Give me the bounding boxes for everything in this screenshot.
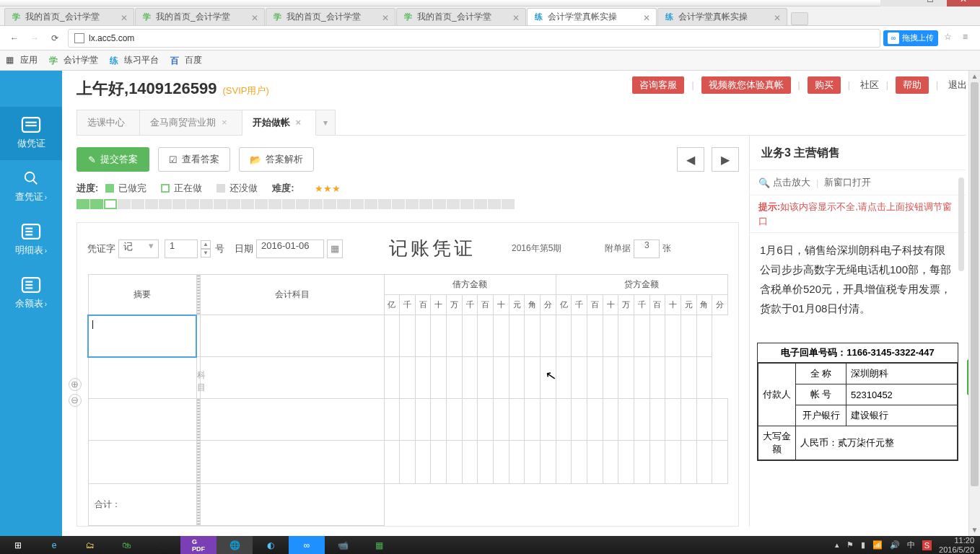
- number-spinner[interactable]: ▲▼: [201, 240, 211, 258]
- credit-cell[interactable]: [556, 441, 572, 484]
- subject-cell[interactable]: [200, 441, 384, 484]
- browser-tab[interactable]: 学我的首页_会计学堂✕: [4, 8, 134, 25]
- add-row-button[interactable]: ⊕: [69, 378, 82, 391]
- debit-cell[interactable]: [462, 399, 478, 441]
- summary-cell[interactable]: [88, 399, 196, 441]
- debit-cell[interactable]: [525, 315, 541, 357]
- credit-cell[interactable]: [556, 315, 572, 357]
- nav-reload[interactable]: ⟳: [45, 29, 65, 48]
- upload-button[interactable]: ∞ 拖拽上传: [883, 30, 938, 46]
- debit-cell[interactable]: [431, 441, 447, 484]
- progress-cell[interactable]: [296, 199, 309, 209]
- community-link[interactable]: 社区: [860, 79, 879, 92]
- clock[interactable]: 11:20 2016/5/20: [939, 536, 974, 553]
- debit-cell[interactable]: [462, 315, 478, 357]
- credit-cell[interactable]: [603, 399, 618, 441]
- scroll-thumb[interactable]: [971, 82, 979, 486]
- subject-cell[interactable]: 科目: [196, 357, 200, 399]
- credit-cell[interactable]: [665, 399, 681, 441]
- voucher-number-input[interactable]: 1: [165, 239, 198, 258]
- sogou-icon[interactable]: S: [922, 540, 932, 550]
- progress-cell[interactable]: [502, 199, 515, 209]
- debit-cell[interactable]: [494, 399, 509, 441]
- tab-close-icon[interactable]: ✕: [774, 13, 782, 22]
- credit-cell[interactable]: [665, 315, 681, 357]
- logout-link[interactable]: 退出: [948, 79, 967, 92]
- credit-cell[interactable]: [712, 399, 728, 441]
- credit-cell[interactable]: [649, 441, 665, 484]
- nav-back[interactable]: ←: [4, 29, 25, 48]
- window-minimize[interactable]: ─: [880, 0, 914, 6]
- progress-cell[interactable]: [460, 199, 473, 209]
- debit-cell[interactable]: [200, 357, 384, 399]
- remove-row-button[interactable]: ⊖: [69, 394, 82, 407]
- scroll-up[interactable]: ▲: [969, 71, 980, 82]
- debit-cell[interactable]: [200, 315, 384, 357]
- progress-cell[interactable]: [145, 199, 158, 209]
- credit-cell[interactable]: [696, 315, 712, 357]
- buy-button[interactable]: 购买: [808, 76, 841, 94]
- help-button[interactable]: 帮助: [896, 76, 929, 94]
- credit-cell[interactable]: [618, 315, 634, 357]
- credit-cell[interactable]: [634, 357, 650, 399]
- progress-cell[interactable]: [104, 199, 117, 209]
- debit-cell[interactable]: [447, 441, 463, 484]
- progress-cell[interactable]: [488, 199, 501, 209]
- tab-close-icon[interactable]: ✕: [382, 13, 390, 22]
- apps-shortcut[interactable]: ▦ 应用: [6, 54, 38, 66]
- debit-cell[interactable]: [415, 441, 431, 484]
- debit-cell[interactable]: [494, 357, 509, 399]
- debit-cell[interactable]: [509, 399, 525, 441]
- debit-cell[interactable]: [478, 399, 494, 441]
- debit-cell[interactable]: [541, 399, 556, 441]
- debit-cell[interactable]: [384, 441, 400, 484]
- credit-cell[interactable]: [618, 441, 634, 484]
- voucher-date-input[interactable]: 2016-01-06: [256, 239, 324, 258]
- browser-tab[interactable]: 练会计学堂真帐实操✕: [527, 8, 657, 25]
- progress-cell[interactable]: [172, 199, 185, 209]
- calendar-icon[interactable]: ▦: [327, 239, 343, 258]
- debit-cell[interactable]: [415, 315, 431, 357]
- progress-cell[interactable]: [268, 199, 281, 209]
- progress-cell[interactable]: [282, 199, 295, 209]
- debit-cell[interactable]: [494, 315, 509, 357]
- page-tab[interactable]: 金马商贸营业期×: [139, 110, 242, 135]
- credit-cell[interactable]: [572, 399, 587, 441]
- progress-cell[interactable]: [323, 199, 336, 209]
- credit-cell[interactable]: [681, 441, 696, 484]
- app3-icon[interactable]: ∞: [289, 536, 325, 554]
- store-icon[interactable]: 🛍: [108, 536, 144, 554]
- debit-cell[interactable]: [415, 357, 431, 399]
- new-window-button[interactable]: 新窗口打开: [824, 176, 871, 189]
- credit-cell[interactable]: [696, 399, 712, 441]
- flag-icon[interactable]: ⚑: [846, 540, 854, 550]
- progress-cell[interactable]: [433, 199, 446, 209]
- network-icon[interactable]: 📶: [872, 540, 883, 550]
- debit-cell[interactable]: [384, 315, 400, 357]
- debit-cell[interactable]: [400, 315, 416, 357]
- debit-cell[interactable]: [431, 315, 447, 357]
- debit-cell[interactable]: [400, 441, 416, 484]
- tab-close-icon[interactable]: ✕: [643, 13, 652, 22]
- debit-cell[interactable]: [462, 357, 478, 399]
- credit-cell[interactable]: [603, 357, 618, 399]
- progress-cell[interactable]: [392, 199, 405, 209]
- prev-task-button[interactable]: ◀: [677, 147, 704, 172]
- nav-forward[interactable]: →: [25, 29, 45, 48]
- credit-cell[interactable]: [634, 315, 650, 357]
- credit-cell[interactable]: [696, 441, 712, 484]
- scroll-down[interactable]: ▼: [969, 524, 980, 536]
- progress-cell[interactable]: [310, 199, 323, 209]
- sidebar-make-voucher[interactable]: 做凭证: [0, 107, 62, 160]
- progress-cell[interactable]: [214, 199, 227, 209]
- explorer-icon[interactable]: 🗂: [72, 536, 108, 554]
- window-close[interactable]: ✕: [947, 0, 980, 6]
- view-answer-button[interactable]: ☑查看答案: [158, 147, 230, 172]
- tab-close-icon[interactable]: ✕: [512, 13, 521, 22]
- sidebar-detail[interactable]: 明细表›: [0, 214, 62, 267]
- credit-cell[interactable]: [618, 357, 634, 399]
- sidebar-query-voucher[interactable]: 查凭证›: [0, 160, 62, 214]
- star-icon[interactable]: ☆: [944, 32, 957, 45]
- tab-close-icon[interactable]: ×: [296, 117, 302, 128]
- progress-cell[interactable]: [337, 199, 350, 209]
